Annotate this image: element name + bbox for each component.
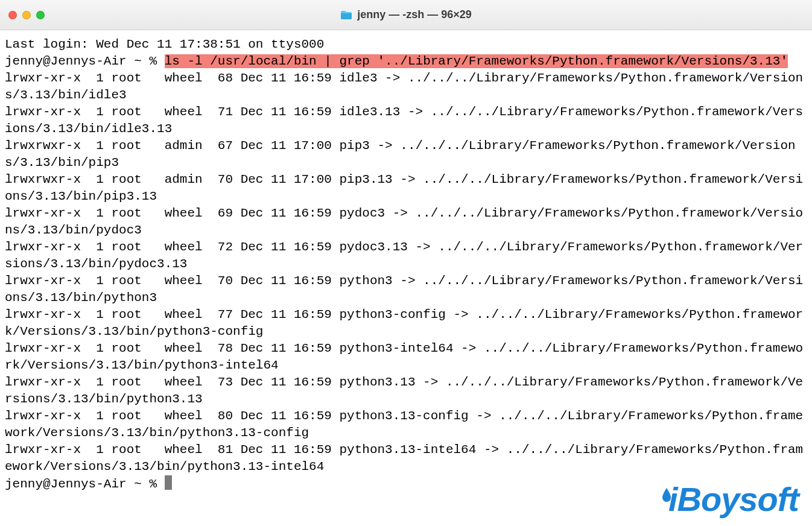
folder-icon: [340, 10, 352, 20]
listing-line: lrwxr-xr-x 1 root wheel 69 Dec 11 16:59 …: [5, 206, 803, 237]
prompt: jenny@Jennys-Air ~ %: [5, 54, 165, 68]
window-title: jenny — -zsh — 96×29: [0, 8, 812, 21]
droplet-icon: [661, 487, 672, 503]
close-button[interactable]: [8, 11, 17, 19]
listing-line: lrwxr-xr-x 1 root wheel 71 Dec 11 16:59 …: [5, 105, 803, 136]
listing-line: lrwxr-xr-x 1 root wheel 68 Dec 11 16:59 …: [5, 71, 803, 102]
listing-line: lrwxr-xr-x 1 root wheel 72 Dec 11 16:59 …: [5, 240, 803, 271]
listing-line: lrwxr-xr-x 1 root wheel 73 Dec 11 16:59 …: [5, 375, 803, 406]
window-title-text: jenny — -zsh — 96×29: [357, 8, 472, 21]
listing-line: lrwxrwxr-x 1 root admin 70 Dec 11 17:00 …: [5, 173, 803, 203]
entered-command: ls -l /usr/local/bin | grep '../Library/…: [165, 54, 788, 68]
last-login-line: Last login: Wed Dec 11 17:38:51 on ttys0…: [5, 37, 324, 51]
prompt: jenny@Jennys-Air ~ %: [5, 477, 165, 491]
listing-line: lrwxrwxr-x 1 root admin 67 Dec 11 17:00 …: [5, 139, 796, 170]
watermark-text: iBoysoft: [668, 480, 799, 519]
listing-line: lrwxr-xr-x 1 root wheel 77 Dec 11 16:59 …: [5, 308, 803, 338]
terminal-cursor: [165, 475, 172, 490]
window-titlebar: jenny — -zsh — 96×29: [0, 0, 812, 30]
minimize-button[interactable]: [22, 11, 31, 19]
listing-line: lrwxr-xr-x 1 root wheel 70 Dec 11 16:59 …: [5, 274, 803, 305]
terminal-output[interactable]: Last login: Wed Dec 11 17:38:51 on ttys0…: [0, 30, 812, 498]
traffic-lights: [8, 11, 45, 19]
listing-line: lrwxr-xr-x 1 root wheel 80 Dec 11 16:59 …: [5, 409, 803, 440]
watermark-logo: iBoysoft: [656, 480, 799, 519]
listing-line: lrwxr-xr-x 1 root wheel 81 Dec 11 16:59 …: [5, 443, 803, 474]
listing-line: lrwxr-xr-x 1 root wheel 78 Dec 11 16:59 …: [5, 341, 803, 372]
zoom-button[interactable]: [36, 11, 45, 19]
